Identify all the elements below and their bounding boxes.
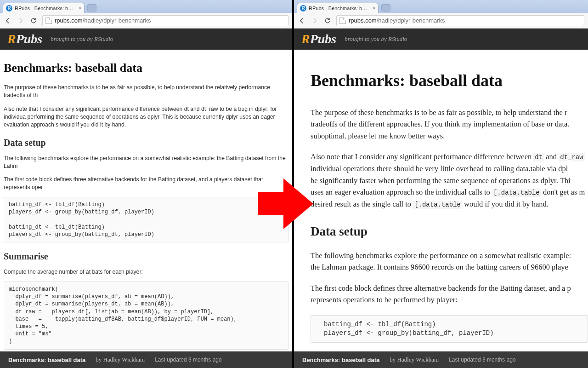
svg-marker-0 <box>258 178 313 229</box>
tab-title: RPubs - Benchmarks: b… <box>15 6 73 11</box>
tab-strip: R RPubs - Benchmarks: b… × <box>0 0 292 13</box>
section-heading: Data setup <box>4 136 288 149</box>
rpubs-tagline: brought to you by RStudio <box>345 35 407 43</box>
code-block: microbenchmark( dplyr_df = summarise(pla… <box>4 282 288 350</box>
url-path: /hadley/dplyr-benchmarks <box>83 17 151 24</box>
inline-code: [.data.table <box>413 201 462 209</box>
reload-button[interactable] <box>29 17 38 25</box>
rpubs-header: RPubs brought to you by RStudio <box>294 29 588 50</box>
favicon-icon: R <box>300 5 306 12</box>
code-block: batting_df <- tbl_df(Batting) players_df… <box>4 197 288 242</box>
left-browser-window: R RPubs - Benchmarks: b… × rpubs.com/had… <box>0 0 294 368</box>
paragraph: The following benchmarks explore the per… <box>4 155 288 170</box>
new-tab-button[interactable] <box>381 4 390 12</box>
forward-button[interactable] <box>311 17 319 25</box>
page-icon <box>45 17 52 24</box>
footer-author: by Hadley Wickham <box>390 356 439 363</box>
rpubs-logo[interactable]: RPubs <box>301 32 336 46</box>
paragraph: The first code block defines three alter… <box>4 176 288 191</box>
page-icon <box>339 17 346 24</box>
inline-code: [.data.table <box>492 189 541 197</box>
paragraph: The purpose of these benchmarks is to be… <box>311 107 588 142</box>
rpubs-logo[interactable]: RPubs <box>7 32 42 46</box>
page-title: Benchmarks: baseball data <box>4 60 288 76</box>
reload-button[interactable] <box>323 17 332 25</box>
url-path: /hadley/dplyr-benchmarks <box>377 17 445 24</box>
url-host: rpubs.com <box>349 17 377 24</box>
right-browser-window: R RPubs - Benchmarks: b… × rpubs.com/had… <box>294 0 588 368</box>
browser-toolbar: rpubs.com/hadley/dplyr-benchmarks <box>294 13 588 29</box>
favicon-icon: R <box>6 5 12 12</box>
rpubs-footer: Benchmarks: baseball data by Hadley Wick… <box>294 351 588 368</box>
new-tab-button[interactable] <box>87 4 96 12</box>
tab-close-button[interactable]: × <box>79 5 81 11</box>
paragraph: Also note that I consider any significan… <box>311 151 588 210</box>
paragraph: Compute the average number of at bats fo… <box>4 268 288 276</box>
footer-updated: Last updated 3 months ago <box>449 356 515 363</box>
footer-title: Benchmarks: baseball data <box>302 356 379 363</box>
tab-strip: R RPubs - Benchmarks: b… × <box>294 0 588 13</box>
logo-r: R <box>301 32 310 46</box>
address-bar[interactable]: rpubs.com/hadley/dplyr-benchmarks <box>42 15 288 26</box>
code-block: batting_df <- tbl_df(Batting) players_df… <box>311 315 588 343</box>
logo-r: R <box>7 32 16 46</box>
page-title: Benchmarks: baseball data <box>311 68 588 94</box>
rpubs-footer: Benchmarks: baseball data by Hadley Wick… <box>0 351 292 368</box>
arrow-icon <box>258 178 313 231</box>
forward-button[interactable] <box>17 17 25 25</box>
section-heading: Summarise <box>4 250 288 263</box>
back-button[interactable] <box>298 17 306 25</box>
logo-pubs: Pubs <box>16 32 43 46</box>
paragraph: The following benchmarks explore the per… <box>311 250 588 273</box>
paragraph: The first code block defines three alter… <box>311 282 588 306</box>
address-bar[interactable]: rpubs.com/hadley/dplyr-benchmarks <box>336 15 584 26</box>
document: Benchmarks: baseball data The purpose of… <box>0 50 292 368</box>
footer-author: by Hadley Wickham <box>96 356 145 363</box>
logo-pubs: Pubs <box>310 32 337 46</box>
browser-tab[interactable]: R RPubs - Benchmarks: b… × <box>297 3 379 13</box>
browser-toolbar: rpubs.com/hadley/dplyr-benchmarks <box>0 13 292 29</box>
url-host: rpubs.com <box>55 17 83 24</box>
inline-code: dt_raw <box>559 153 584 161</box>
footer-title: Benchmarks: baseball data <box>8 356 85 363</box>
paragraph: Also note that I consider any significan… <box>4 105 288 129</box>
inline-code: dt <box>533 153 544 161</box>
rpubs-tagline: brought to you by RStudio <box>51 35 113 43</box>
page-content[interactable]: Benchmarks: baseball data The purpose of… <box>0 50 292 368</box>
back-button[interactable] <box>4 17 12 25</box>
page-content[interactable]: Benchmarks: baseball data The purpose of… <box>294 50 588 368</box>
tab-title: RPubs - Benchmarks: b… <box>309 6 367 11</box>
browser-tab[interactable]: R RPubs - Benchmarks: b… × <box>3 3 85 13</box>
paragraph: The purpose of these benchmarks is to be… <box>4 84 288 99</box>
tab-close-button[interactable]: × <box>373 5 375 11</box>
section-heading: Data setup <box>311 222 588 242</box>
document: Benchmarks: baseball data The purpose of… <box>294 50 588 343</box>
rpubs-header: RPubs brought to you by RStudio <box>0 29 292 50</box>
footer-updated: Last updated 3 months ago <box>155 356 221 363</box>
